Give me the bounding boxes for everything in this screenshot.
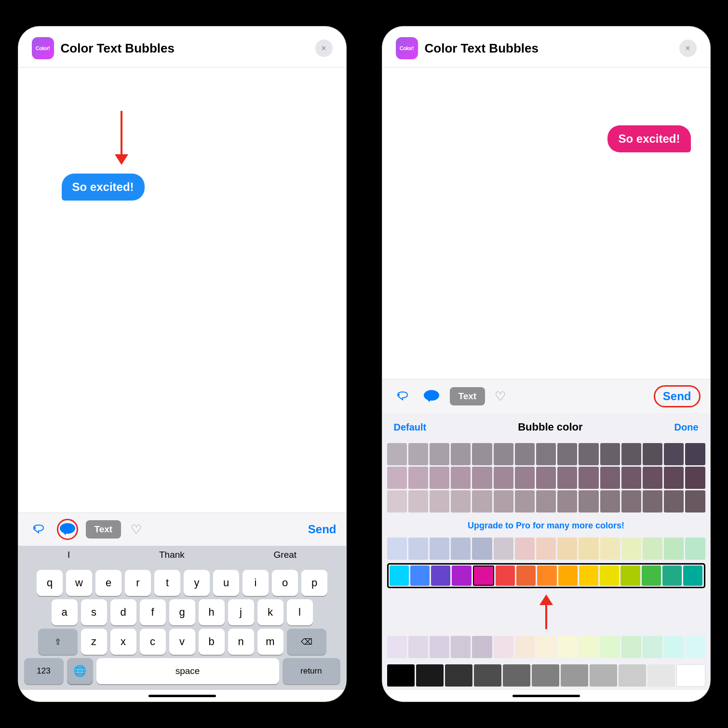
swatch[interactable] xyxy=(430,490,449,512)
swatch[interactable] xyxy=(515,490,535,512)
swatch[interactable] xyxy=(579,636,598,658)
key-a[interactable]: a xyxy=(52,599,78,625)
swatch[interactable] xyxy=(451,636,471,658)
swatch-yellow-green[interactable] xyxy=(600,566,619,586)
right-bubble-icon[interactable] xyxy=(421,386,442,407)
swatch[interactable] xyxy=(621,490,641,512)
swatch[interactable] xyxy=(387,467,407,489)
swatch[interactable] xyxy=(600,443,620,465)
key-l[interactable]: l xyxy=(287,599,313,625)
swatch[interactable] xyxy=(621,538,641,560)
swatch[interactable] xyxy=(664,538,684,560)
default-button[interactable]: Default xyxy=(394,422,427,433)
swatch[interactable] xyxy=(387,538,407,560)
text-button[interactable]: Text xyxy=(86,520,121,539)
swatch[interactable] xyxy=(387,636,407,658)
swatch[interactable] xyxy=(579,538,598,560)
swatch[interactable] xyxy=(557,636,577,658)
swatch-teal[interactable] xyxy=(662,566,682,586)
key-b[interactable]: b xyxy=(199,629,225,655)
key-m[interactable]: m xyxy=(257,629,283,655)
swatch-violet[interactable] xyxy=(452,566,471,586)
swatch-grey-1[interactable] xyxy=(416,664,444,687)
key-backspace[interactable]: ⌫ xyxy=(287,629,326,655)
left-close-button[interactable]: × xyxy=(315,40,333,57)
suggestion-3[interactable]: Great xyxy=(274,550,297,560)
key-f[interactable]: f xyxy=(140,599,166,625)
swatch-grey-6[interactable] xyxy=(561,664,588,687)
swatch-aqua[interactable] xyxy=(683,566,702,586)
key-p[interactable]: p xyxy=(301,570,327,596)
key-e[interactable]: e xyxy=(95,570,121,596)
swatch-indigo[interactable] xyxy=(431,566,450,586)
swatch[interactable] xyxy=(494,636,513,658)
swatch[interactable] xyxy=(579,443,598,465)
key-g[interactable]: g xyxy=(169,599,195,625)
swatch[interactable] xyxy=(685,636,705,658)
swatch-yellow[interactable] xyxy=(579,566,598,586)
swatch[interactable] xyxy=(685,467,705,489)
swatch-green[interactable] xyxy=(642,566,661,586)
swatch[interactable] xyxy=(621,636,641,658)
swatch[interactable] xyxy=(515,467,535,489)
done-button[interactable]: Done xyxy=(674,422,699,433)
swatch[interactable] xyxy=(472,490,492,512)
swatch[interactable] xyxy=(643,443,662,465)
reply-icon[interactable] xyxy=(28,519,49,540)
key-n[interactable]: n xyxy=(228,629,254,655)
swatch[interactable] xyxy=(408,467,428,489)
swatch[interactable] xyxy=(685,490,705,512)
swatch[interactable] xyxy=(451,538,471,560)
right-reply-icon[interactable] xyxy=(392,386,413,407)
swatch-grey-3[interactable] xyxy=(474,664,501,687)
key-k[interactable]: k xyxy=(257,599,283,625)
swatch[interactable] xyxy=(579,467,598,489)
right-heart-icon[interactable]: ♡ xyxy=(495,389,506,404)
swatch-lime[interactable] xyxy=(620,566,640,586)
key-t[interactable]: t xyxy=(154,570,180,596)
key-s[interactable]: s xyxy=(81,599,107,625)
swatch[interactable] xyxy=(643,538,662,560)
swatch[interactable] xyxy=(472,538,492,560)
key-d[interactable]: d xyxy=(110,599,136,625)
swatch[interactable] xyxy=(579,490,598,512)
swatch[interactable] xyxy=(472,443,492,465)
key-i[interactable]: i xyxy=(243,570,269,596)
swatch[interactable] xyxy=(451,467,471,489)
swatch-grey-9[interactable] xyxy=(647,664,675,687)
swatch-grey-2[interactable] xyxy=(445,664,472,687)
swatch[interactable] xyxy=(408,490,428,512)
right-send-button[interactable]: Send xyxy=(654,385,701,407)
key-x[interactable]: x xyxy=(110,629,136,655)
swatch-orange[interactable] xyxy=(537,566,556,586)
key-z[interactable]: z xyxy=(81,629,107,655)
swatch-blue[interactable] xyxy=(410,566,430,586)
swatch[interactable] xyxy=(387,443,407,465)
key-return[interactable]: return xyxy=(283,658,340,684)
swatch[interactable] xyxy=(536,636,556,658)
swatch[interactable] xyxy=(643,490,662,512)
key-c[interactable]: c xyxy=(140,629,166,655)
swatch[interactable] xyxy=(430,538,449,560)
swatch[interactable] xyxy=(494,490,513,512)
send-button[interactable]: Send xyxy=(308,523,337,536)
upgrade-banner[interactable]: Upgrade to Pro for many more colors! xyxy=(382,516,710,536)
swatch-pink-selected[interactable] xyxy=(473,566,494,586)
swatch[interactable] xyxy=(664,490,684,512)
key-o[interactable]: o xyxy=(272,570,298,596)
key-h[interactable]: h xyxy=(199,599,225,625)
swatch[interactable] xyxy=(600,636,620,658)
swatch[interactable] xyxy=(408,443,428,465)
swatch[interactable] xyxy=(494,467,513,489)
swatch[interactable] xyxy=(557,443,577,465)
swatch[interactable] xyxy=(536,443,556,465)
swatch[interactable] xyxy=(430,443,449,465)
key-shift[interactable]: ⇧ xyxy=(38,629,78,655)
key-u[interactable]: u xyxy=(213,570,239,596)
swatch[interactable] xyxy=(600,467,620,489)
swatch-grey-5[interactable] xyxy=(532,664,559,687)
key-q[interactable]: q xyxy=(37,570,63,596)
swatch[interactable] xyxy=(536,538,556,560)
key-v[interactable]: v xyxy=(169,629,195,655)
key-y[interactable]: y xyxy=(184,570,210,596)
